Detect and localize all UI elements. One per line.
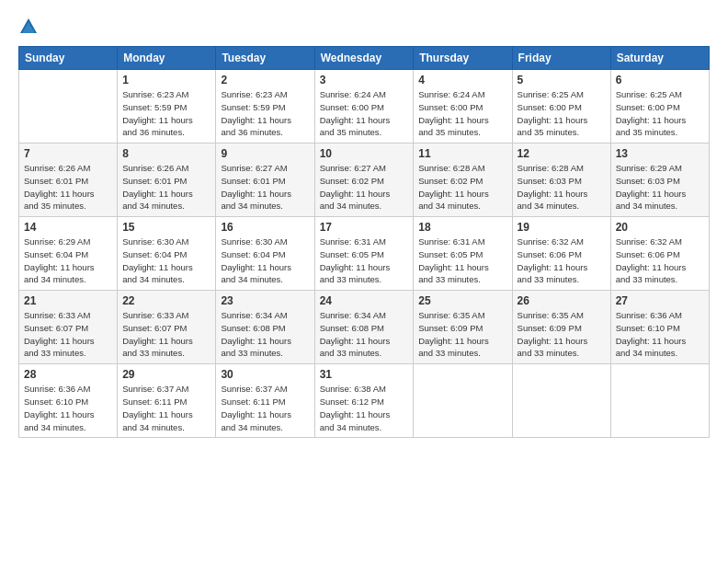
- day-number: 29: [122, 368, 210, 381]
- day-number: 3: [320, 74, 409, 86]
- day-number: 26: [518, 294, 606, 307]
- day-number: 27: [616, 294, 704, 307]
- calendar-cell: 1Sunrise: 6:23 AM Sunset: 5:59 PM Daylig…: [118, 70, 216, 144]
- day-number: 14: [24, 221, 112, 234]
- calendar-cell: 29Sunrise: 6:37 AM Sunset: 6:11 PM Dayli…: [118, 364, 216, 438]
- day-number: 15: [122, 221, 210, 234]
- calendar-cell: 28Sunrise: 6:36 AM Sunset: 6:10 PM Dayli…: [19, 364, 118, 438]
- day-number: 10: [320, 147, 409, 160]
- calendar-cell: 27Sunrise: 6:36 AM Sunset: 6:10 PM Dayli…: [610, 291, 709, 364]
- day-info: Sunrise: 6:35 AM Sunset: 6:09 PM Dayligh…: [518, 309, 606, 360]
- day-info: Sunrise: 6:37 AM Sunset: 6:11 PM Dayligh…: [122, 383, 210, 433]
- day-number: 20: [616, 221, 704, 234]
- calendar-cell: 26Sunrise: 6:35 AM Sunset: 6:09 PM Dayli…: [512, 291, 610, 364]
- day-number: 16: [221, 221, 309, 234]
- calendar-cell: 30Sunrise: 6:37 AM Sunset: 6:11 PM Dayli…: [216, 364, 314, 438]
- day-number: 25: [418, 294, 506, 307]
- day-info: Sunrise: 6:34 AM Sunset: 6:08 PM Dayligh…: [320, 309, 409, 360]
- day-info: Sunrise: 6:25 AM Sunset: 6:00 PM Dayligh…: [616, 88, 704, 139]
- day-number: 30: [221, 368, 309, 381]
- calendar-cell: 19Sunrise: 6:32 AM Sunset: 6:06 PM Dayli…: [512, 217, 610, 291]
- calendar-day-header: Tuesday: [216, 47, 314, 70]
- logo-icon: [18, 17, 39, 37]
- day-number: 23: [221, 294, 309, 307]
- day-info: Sunrise: 6:23 AM Sunset: 5:59 PM Dayligh…: [122, 88, 210, 139]
- day-number: 1: [122, 74, 210, 86]
- day-info: Sunrise: 6:24 AM Sunset: 6:00 PM Dayligh…: [320, 88, 409, 139]
- calendar-cell: 4Sunrise: 6:24 AM Sunset: 6:00 PM Daylig…: [414, 70, 512, 144]
- day-number: 11: [418, 147, 506, 160]
- calendar-day-header: Thursday: [414, 47, 512, 70]
- calendar-day-header: Sunday: [19, 47, 118, 70]
- calendar-cell: [610, 364, 709, 438]
- calendar-day-header: Friday: [512, 47, 610, 70]
- calendar-cell: [512, 364, 610, 438]
- day-info: Sunrise: 6:25 AM Sunset: 6:00 PM Dayligh…: [518, 88, 606, 139]
- day-number: 13: [616, 147, 704, 160]
- day-info: Sunrise: 6:36 AM Sunset: 6:10 PM Dayligh…: [616, 309, 704, 360]
- calendar-week-row: 21Sunrise: 6:33 AM Sunset: 6:07 PM Dayli…: [19, 291, 710, 364]
- day-number: 21: [24, 294, 112, 307]
- day-info: Sunrise: 6:23 AM Sunset: 5:59 PM Dayligh…: [221, 88, 309, 139]
- calendar-day-header: Saturday: [610, 47, 709, 70]
- day-info: Sunrise: 6:33 AM Sunset: 6:07 PM Dayligh…: [122, 309, 210, 360]
- header: [18, 17, 710, 37]
- logo: [18, 17, 42, 37]
- day-info: Sunrise: 6:32 AM Sunset: 6:06 PM Dayligh…: [518, 236, 606, 286]
- calendar-cell: 22Sunrise: 6:33 AM Sunset: 6:07 PM Dayli…: [118, 291, 216, 364]
- calendar-cell: 13Sunrise: 6:29 AM Sunset: 6:03 PM Dayli…: [610, 144, 709, 217]
- calendar-cell: 16Sunrise: 6:30 AM Sunset: 6:04 PM Dayli…: [216, 217, 314, 291]
- day-info: Sunrise: 6:26 AM Sunset: 6:01 PM Dayligh…: [24, 162, 112, 213]
- day-number: 24: [320, 294, 409, 307]
- day-info: Sunrise: 6:38 AM Sunset: 6:12 PM Dayligh…: [320, 383, 409, 433]
- day-number: 17: [320, 221, 409, 234]
- calendar-cell: 11Sunrise: 6:28 AM Sunset: 6:02 PM Dayli…: [414, 144, 512, 217]
- day-number: 19: [518, 221, 606, 234]
- calendar-cell: 2Sunrise: 6:23 AM Sunset: 5:59 PM Daylig…: [216, 70, 314, 144]
- calendar-week-row: 7Sunrise: 6:26 AM Sunset: 6:01 PM Daylig…: [19, 144, 710, 217]
- day-number: 2: [221, 74, 309, 86]
- calendar-cell: 15Sunrise: 6:30 AM Sunset: 6:04 PM Dayli…: [118, 217, 216, 291]
- day-number: 22: [122, 294, 210, 307]
- day-info: Sunrise: 6:26 AM Sunset: 6:01 PM Dayligh…: [122, 162, 210, 213]
- day-info: Sunrise: 6:28 AM Sunset: 6:03 PM Dayligh…: [518, 162, 606, 213]
- calendar-cell: 10Sunrise: 6:27 AM Sunset: 6:02 PM Dayli…: [314, 144, 414, 217]
- day-info: Sunrise: 6:28 AM Sunset: 6:02 PM Dayligh…: [418, 162, 506, 213]
- day-info: Sunrise: 6:29 AM Sunset: 6:03 PM Dayligh…: [616, 162, 704, 213]
- calendar-cell: 7Sunrise: 6:26 AM Sunset: 6:01 PM Daylig…: [19, 144, 118, 217]
- calendar-day-header: Wednesday: [314, 47, 414, 70]
- day-number: 7: [24, 147, 112, 160]
- calendar-table: SundayMondayTuesdayWednesdayThursdayFrid…: [18, 46, 710, 438]
- day-info: Sunrise: 6:35 AM Sunset: 6:09 PM Dayligh…: [418, 309, 506, 360]
- day-number: 12: [518, 147, 606, 160]
- calendar-week-row: 1Sunrise: 6:23 AM Sunset: 5:59 PM Daylig…: [19, 70, 710, 144]
- day-number: 9: [221, 147, 309, 160]
- calendar-header-row: SundayMondayTuesdayWednesdayThursdayFrid…: [19, 47, 710, 70]
- page: SundayMondayTuesdayWednesdayThursdayFrid…: [0, 0, 728, 563]
- calendar-cell: 24Sunrise: 6:34 AM Sunset: 6:08 PM Dayli…: [314, 291, 414, 364]
- calendar-cell: 3Sunrise: 6:24 AM Sunset: 6:00 PM Daylig…: [314, 70, 414, 144]
- day-number: 28: [24, 368, 112, 381]
- calendar-week-row: 28Sunrise: 6:36 AM Sunset: 6:10 PM Dayli…: [19, 364, 710, 438]
- calendar-cell: 9Sunrise: 6:27 AM Sunset: 6:01 PM Daylig…: [216, 144, 314, 217]
- day-info: Sunrise: 6:29 AM Sunset: 6:04 PM Dayligh…: [24, 236, 112, 286]
- calendar-cell: 8Sunrise: 6:26 AM Sunset: 6:01 PM Daylig…: [118, 144, 216, 217]
- calendar-cell: 6Sunrise: 6:25 AM Sunset: 6:00 PM Daylig…: [610, 70, 709, 144]
- day-info: Sunrise: 6:27 AM Sunset: 6:02 PM Dayligh…: [320, 162, 409, 213]
- calendar-cell: 18Sunrise: 6:31 AM Sunset: 6:05 PM Dayli…: [414, 217, 512, 291]
- day-number: 5: [518, 74, 606, 86]
- calendar-cell: 21Sunrise: 6:33 AM Sunset: 6:07 PM Dayli…: [19, 291, 118, 364]
- calendar-cell: [414, 364, 512, 438]
- day-info: Sunrise: 6:36 AM Sunset: 6:10 PM Dayligh…: [24, 383, 112, 433]
- day-info: Sunrise: 6:32 AM Sunset: 6:06 PM Dayligh…: [616, 236, 704, 286]
- day-info: Sunrise: 6:30 AM Sunset: 6:04 PM Dayligh…: [122, 236, 210, 286]
- calendar-cell: 12Sunrise: 6:28 AM Sunset: 6:03 PM Dayli…: [512, 144, 610, 217]
- calendar-cell: 20Sunrise: 6:32 AM Sunset: 6:06 PM Dayli…: [610, 217, 709, 291]
- calendar-cell: 14Sunrise: 6:29 AM Sunset: 6:04 PM Dayli…: [19, 217, 118, 291]
- calendar-week-row: 14Sunrise: 6:29 AM Sunset: 6:04 PM Dayli…: [19, 217, 710, 291]
- day-info: Sunrise: 6:30 AM Sunset: 6:04 PM Dayligh…: [221, 236, 309, 286]
- day-info: Sunrise: 6:27 AM Sunset: 6:01 PM Dayligh…: [221, 162, 309, 213]
- calendar-cell: 23Sunrise: 6:34 AM Sunset: 6:08 PM Dayli…: [216, 291, 314, 364]
- day-number: 8: [122, 147, 210, 160]
- calendar-cell: 5Sunrise: 6:25 AM Sunset: 6:00 PM Daylig…: [512, 70, 610, 144]
